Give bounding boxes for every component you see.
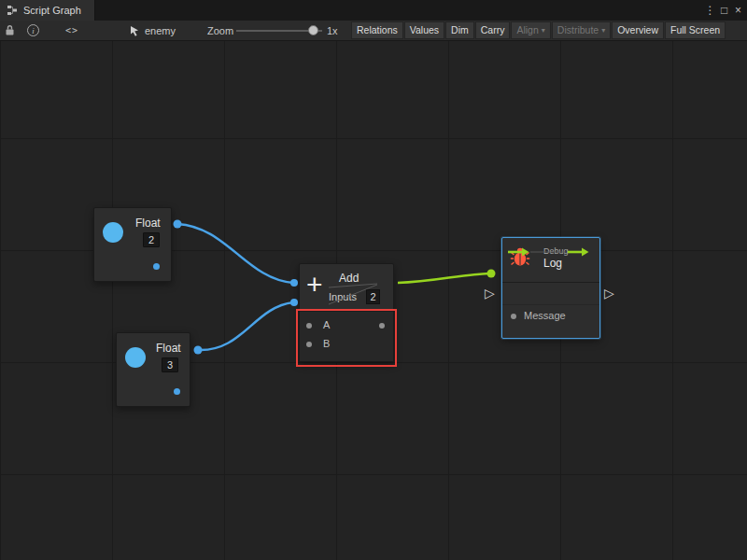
node-category: Debug <box>543 246 569 256</box>
graph-name-label: enemy <box>145 25 176 36</box>
float-node-2[interactable]: Float 3 <box>116 332 190 407</box>
tab-label: Script Graph <box>23 5 81 16</box>
close-icon[interactable]: × <box>731 0 745 21</box>
lock-icon[interactable] <box>5 21 15 40</box>
toolbar-buttons: Relations Values Dim Carry Align ▾ Distr… <box>351 21 746 40</box>
add-node-ports: A B <box>300 311 393 361</box>
input-port-a[interactable] <box>306 323 312 329</box>
align-label: Align <box>516 22 538 38</box>
node-title: Log <box>543 257 562 270</box>
align-button[interactable]: Align ▾ <box>511 21 550 39</box>
padlock-icon <box>5 24 15 36</box>
window-titlebar: Script Graph ⋮ □ × <box>0 0 747 21</box>
graph-pointer-icon <box>129 25 140 36</box>
node-title: Float <box>156 342 181 355</box>
script-graph-icon <box>7 5 18 16</box>
tab-script-graph[interactable]: Script Graph <box>0 0 95 21</box>
zoom-label: Zoom <box>207 21 233 40</box>
graph-toolbar: i <> enemy Zoom 1x Relations Values Dim … <box>0 21 747 41</box>
flow-output-triangle[interactable]: ▷ <box>604 287 614 300</box>
port-b-label: B <box>323 338 330 349</box>
info-icon[interactable]: i <box>27 21 39 40</box>
float-icon <box>125 347 146 368</box>
fullscreen-button[interactable]: Full Screen <box>665 21 726 39</box>
divider <box>502 282 599 283</box>
kebab-menu-icon[interactable]: ⋮ <box>703 0 717 21</box>
inputs-label: Inputs <box>329 291 357 302</box>
distribute-label: Distribute <box>557 22 599 38</box>
input-port-b[interactable] <box>306 342 312 347</box>
maximize-icon[interactable]: □ <box>717 0 731 21</box>
message-port-label: Message <box>524 310 566 321</box>
graph-breadcrumb[interactable]: enemy <box>129 21 176 40</box>
node-title: Add <box>339 272 359 285</box>
float-output-port[interactable] <box>153 263 160 270</box>
float-value-field[interactable]: 2 <box>143 232 160 247</box>
port-a-label: A <box>323 319 330 330</box>
flow-input-triangle[interactable]: ▷ <box>485 287 495 300</box>
info-glyph: i <box>27 24 39 36</box>
float-value-field[interactable]: 3 <box>162 357 178 372</box>
graph-canvas[interactable]: Float 2 Float 3 + Add Inputs 2 A B <box>0 41 747 560</box>
code-toggle-button[interactable]: <> <box>65 21 78 40</box>
output-port-sum[interactable] <box>379 323 385 329</box>
add-node[interactable]: + Add Inputs 2 A B <box>299 263 394 362</box>
values-button[interactable]: Values <box>404 21 444 39</box>
message-input-port[interactable] <box>511 314 516 319</box>
inputs-count-field[interactable]: 2 <box>366 289 380 304</box>
plus-icon: + <box>306 266 323 302</box>
bug-icon <box>510 246 530 267</box>
zoom-slider[interactable] <box>236 21 322 40</box>
distribute-button[interactable]: Distribute ▾ <box>552 21 611 39</box>
node-title: Float <box>135 217 161 230</box>
zoom-slider-knob[interactable] <box>308 25 318 35</box>
relations-button[interactable]: Relations <box>351 21 403 39</box>
add-node-header: + Add Inputs 2 <box>300 264 393 311</box>
zoom-value: 1x <box>327 21 338 40</box>
carry-button[interactable]: Carry <box>475 21 511 39</box>
overview-button[interactable]: Overview <box>612 21 664 39</box>
float-icon <box>103 222 123 243</box>
float-output-port[interactable] <box>174 388 180 395</box>
window-controls: ⋮ □ × <box>703 0 745 21</box>
dim-button[interactable]: Dim <box>445 21 474 39</box>
float-node-1[interactable]: Float 2 <box>93 207 172 282</box>
chevron-down-icon: ▾ <box>601 22 605 38</box>
debug-log-node[interactable]: Debug Log Message <box>501 237 600 339</box>
divider <box>502 304 599 305</box>
chevron-down-icon: ▾ <box>542 22 545 38</box>
